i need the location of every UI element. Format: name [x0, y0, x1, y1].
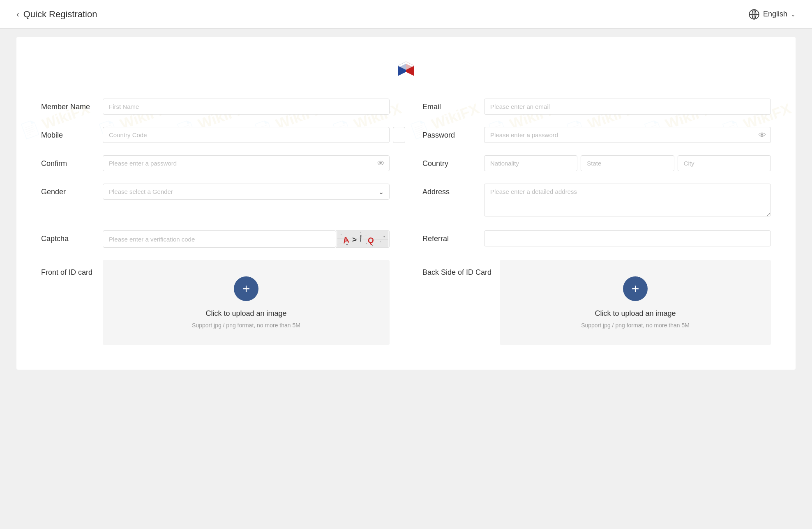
referral-row: Referral [422, 230, 771, 248]
logo-container [41, 53, 771, 78]
city-input[interactable] [678, 155, 771, 171]
country-code-input[interactable] [103, 127, 390, 143]
email-field [484, 99, 771, 115]
mobile-row: Mobile [41, 127, 390, 143]
confirm-input[interactable] [103, 155, 390, 171]
back-id-upload[interactable]: + Click to upload an image Support jpg /… [500, 260, 771, 345]
front-id-plus-btn[interactable]: + [234, 276, 258, 301]
confirm-field: 👁 [103, 155, 390, 171]
header-left: ‹ Quick Registration [16, 9, 97, 20]
mobile-field [103, 127, 390, 143]
back-id-label: Back Side of ID Card [422, 260, 491, 277]
captcha-label: Captcha [41, 230, 95, 243]
front-id-upload-subtitle: Support jpg / png format, no more than 5… [192, 322, 300, 329]
address-input[interactable] [484, 184, 771, 216]
back-id-row: Back Side of ID Card + Click to upload a… [422, 260, 771, 345]
plus-icon: + [632, 282, 639, 295]
country-row: Country [422, 155, 771, 171]
confirm-eye-icon[interactable]: 👁 [377, 159, 385, 168]
globe-icon [748, 9, 760, 20]
back-id-upload-title: Click to upload an image [595, 309, 676, 318]
front-id-upload-title: Click to upload an image [205, 309, 286, 318]
front-id-label: Front of ID card [41, 260, 95, 277]
member-name-row: Member Name [41, 99, 390, 115]
gender-select[interactable]: Please select a Gender Male Female Other [103, 184, 390, 200]
mobile-label: Mobile [41, 127, 95, 140]
svg-point-13 [372, 245, 373, 246]
nationality-input[interactable] [484, 155, 577, 171]
mobile-inputs [103, 127, 390, 143]
password-field: 👁 [484, 127, 771, 143]
gender-row: Gender Please select a Gender Male Femal… [41, 184, 390, 218]
language-selector[interactable]: English ⌄ [748, 9, 796, 20]
member-name-input[interactable] [103, 99, 390, 115]
plus-icon: + [242, 282, 250, 295]
password-label: Password [422, 127, 476, 140]
member-name-label: Member Name [41, 99, 95, 111]
captcha-row: Captcha [41, 230, 390, 248]
form-grid: Member Name Email Mobile Password [41, 99, 771, 248]
referral-input[interactable] [484, 230, 771, 246]
confirm-label: Confirm [41, 155, 95, 168]
mobile-number-input[interactable] [393, 127, 405, 143]
svg-point-17 [380, 242, 381, 242]
svg-point-10 [341, 235, 341, 235]
page-title: Quick Registration [23, 9, 97, 20]
email-input[interactable] [484, 99, 771, 115]
captcha-field: A > / Q [103, 230, 390, 248]
email-label: Email [422, 99, 476, 111]
captcha-input[interactable] [103, 230, 336, 248]
svg-point-14 [383, 236, 385, 237]
back-arrow-icon[interactable]: ‹ [16, 9, 19, 19]
confirm-wrapper: 👁 [103, 155, 390, 171]
svg-text:>: > [352, 235, 357, 244]
password-input[interactable] [484, 127, 771, 143]
password-eye-icon[interactable]: 👁 [759, 131, 766, 139]
referral-field [484, 230, 771, 246]
address-label: Address [422, 184, 476, 196]
gender-label: Gender [41, 184, 95, 196]
svg-point-12 [360, 232, 361, 233]
back-id-plus-btn[interactable]: + [623, 276, 648, 301]
referral-label: Referral [422, 230, 476, 243]
language-label: English [763, 10, 787, 18]
front-id-row: Front of ID card + Click to upload an im… [41, 260, 390, 345]
password-wrapper: 👁 [484, 127, 771, 143]
member-name-field [103, 99, 390, 115]
password-row: Password 👁 [422, 127, 771, 143]
chevron-down-icon: ⌄ [791, 11, 796, 18]
email-row: Email [422, 99, 771, 115]
country-field [484, 155, 771, 171]
header: ‹ Quick Registration English ⌄ [0, 0, 812, 29]
front-id-upload[interactable]: + Click to upload an image Support jpg /… [103, 260, 390, 345]
address-row: Address [422, 184, 771, 218]
captcha-image[interactable]: A > / Q [336, 230, 390, 248]
country-inputs [484, 155, 771, 171]
app-logo [394, 53, 418, 78]
uploads-section: Front of ID card + Click to upload an im… [41, 260, 771, 345]
state-input[interactable] [581, 155, 674, 171]
main-content: 📄 WikiFX 📄 WikiFX 📄 WikiFX 📄 WikiFX 📄 Wi… [16, 37, 796, 370]
address-field [484, 184, 771, 218]
gender-field: Please select a Gender Male Female Other… [103, 184, 390, 200]
gender-wrapper: Please select a Gender Male Female Other… [103, 184, 390, 200]
back-id-upload-subtitle: Support jpg / png format, no more than 5… [581, 322, 690, 329]
confirm-row: Confirm 👁 [41, 155, 390, 171]
country-label: Country [422, 155, 476, 168]
captcha-wrapper: A > / Q [103, 230, 390, 248]
